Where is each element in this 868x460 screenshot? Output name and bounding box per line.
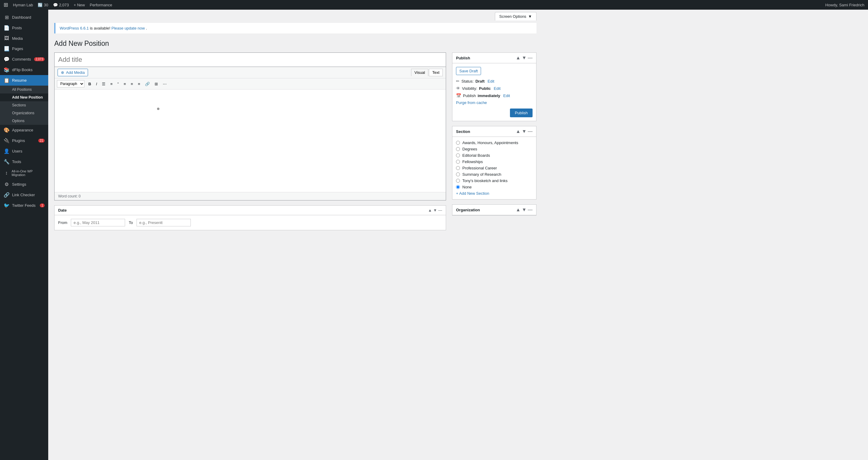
date-from-input[interactable] <box>71 219 125 226</box>
editor-view-tabs: Visual Text <box>411 69 443 76</box>
organization-panel: Organization ▲ ▼ — <box>452 204 536 216</box>
section-label-degrees: Degrees <box>462 147 477 151</box>
more-options-button[interactable]: ⋯ <box>161 81 169 87</box>
update-now-link[interactable]: Please update now <box>112 26 145 30</box>
collapse-up-icon[interactable]: ▲ <box>428 208 432 213</box>
submenu-item-options[interactable]: Options <box>0 117 48 125</box>
date-box-body: From To <box>55 215 446 230</box>
editor-toolbar: Paragraph B I ☰ ≡ " ≡ ≡ ≡ 🔗 ⊞ <box>55 79 446 90</box>
blockquote-button[interactable]: " <box>116 81 121 87</box>
publish-collapse-up[interactable]: ▲ <box>516 55 521 61</box>
sidebar-item-label: Pages <box>12 47 23 51</box>
section-collapse-down[interactable]: ▼ <box>522 129 527 134</box>
list-item: Degrees <box>456 147 532 151</box>
organization-panel-header[interactable]: Organization ▲ ▼ — <box>453 205 536 215</box>
insert-table-button[interactable]: ⊞ <box>153 81 160 87</box>
sidebar-item-pages[interactable]: 📃 Pages <box>0 43 48 54</box>
date-to-input[interactable] <box>136 219 191 226</box>
bold-button[interactable]: B <box>86 81 93 87</box>
sidebar-item-media[interactable]: 🖼 Media <box>0 33 48 43</box>
submenu-item-organizations[interactable]: Organizations <box>0 109 48 117</box>
publish-panel-body: Save Draft ✏ Status: Draft Edit 👁 Visibi… <box>453 63 536 121</box>
updates-item[interactable]: 🔄 30 <box>38 3 48 7</box>
sidebar-item-users[interactable]: 👤 Users <box>0 146 48 156</box>
admin-menu: ⊞ Dashboard 📄 Posts 🖼 Media 📃 Pages 💬 Co… <box>0 10 48 460</box>
minimize-icon[interactable]: — <box>438 208 442 213</box>
publish-button[interactable]: Publish <box>510 109 532 117</box>
status-edit-link[interactable]: Edit <box>488 79 494 84</box>
sidebar-item-twitter[interactable]: 🐦 Twitter Feeds 1 <box>0 200 48 211</box>
sidebar-item-plugins[interactable]: 🔌 Plugins 21 <box>0 135 48 146</box>
publish-collapse-down[interactable]: ▼ <box>522 55 527 61</box>
visibility-edit-link[interactable]: Edit <box>494 86 500 91</box>
collapse-down-icon[interactable]: ▼ <box>433 208 437 213</box>
wp-version-link[interactable]: WordPress 6.6.1 <box>60 26 89 30</box>
org-collapse-down[interactable]: ▼ <box>522 207 527 213</box>
unordered-list-button[interactable]: ☰ <box>100 81 107 87</box>
sidebar-item-settings[interactable]: ⚙ Settings <box>0 179 48 190</box>
ordered-list-button[interactable]: ≡ <box>108 81 115 87</box>
publish-minimize[interactable]: — <box>528 55 532 61</box>
section-radio-awards[interactable] <box>456 141 460 145</box>
section-collapse-up[interactable]: ▲ <box>516 129 521 134</box>
comments-item[interactable]: 💬 2,073 <box>53 3 69 7</box>
sidebar-item-label: Users <box>12 149 22 153</box>
list-item: Professional Career <box>456 166 532 170</box>
list-item: Tony's biosketch and links <box>456 179 532 183</box>
sidebar-item-label: Appearance <box>12 128 33 132</box>
visual-tab[interactable]: Visual <box>411 69 428 76</box>
dflip-icon: 📚 <box>4 67 10 73</box>
to-label: To <box>129 220 133 225</box>
section-radio-fellowships[interactable] <box>456 160 460 164</box>
performance-item[interactable]: Performance <box>90 3 112 7</box>
new-content-item[interactable]: + New <box>74 3 85 7</box>
purge-cache-link[interactable]: Purge from cache <box>456 100 532 105</box>
editor-tabs-row: ⊕ Add Media Visual Text <box>55 67 446 79</box>
section-radio-none[interactable] <box>456 185 460 189</box>
org-minimize[interactable]: — <box>528 207 532 213</box>
align-center-button[interactable]: ≡ <box>129 81 135 87</box>
insert-link-button[interactable]: 🔗 <box>143 81 152 87</box>
chevron-down-icon: ▼ <box>528 14 532 19</box>
text-tab[interactable]: Text <box>429 69 443 76</box>
add-section-link[interactable]: + Add New Section <box>456 191 532 196</box>
section-radio-professional[interactable] <box>456 166 460 170</box>
date-meta-box-header[interactable]: Date ▲ ▼ — <box>55 206 446 215</box>
publish-time-edit-link[interactable]: Edit <box>503 93 510 98</box>
paragraph-select[interactable]: Paragraph <box>57 80 84 87</box>
wp-logo[interactable]: ⊞ <box>4 1 8 8</box>
status-label: Status: <box>461 79 473 84</box>
align-right-button[interactable]: ≡ <box>135 81 142 87</box>
editor-content-area[interactable] <box>55 90 446 192</box>
screen-options-button[interactable]: Screen Options ▼ <box>495 12 536 21</box>
italic-button[interactable]: I <box>94 81 99 87</box>
media-icon: 🖼 <box>4 36 10 41</box>
submenu-item-all-positions[interactable]: All Positions <box>0 86 48 93</box>
org-collapse-up[interactable]: ▲ <box>516 207 521 213</box>
sidebar-item-label: Dashboard <box>12 15 31 20</box>
sidebar-item-resume[interactable]: 📋 Resume <box>0 75 48 86</box>
post-title-input[interactable] <box>54 53 446 67</box>
align-left-button[interactable]: ≡ <box>121 81 128 87</box>
date-row: From To <box>58 219 442 226</box>
sidebar-item-dflip[interactable]: 📚 dFlip Books <box>0 64 48 75</box>
add-media-button[interactable]: ⊕ Add Media <box>58 69 88 76</box>
section-radio-degrees[interactable] <box>456 147 460 151</box>
sidebar-item-link-checker[interactable]: 🔗 Link Checker <box>0 190 48 200</box>
section-minimize[interactable]: — <box>528 129 532 134</box>
editor-box: ⊕ Add Media Visual Text Paragraph <box>54 67 446 201</box>
section-radio-summary[interactable] <box>456 173 460 176</box>
section-radio-editorial[interactable] <box>456 153 460 157</box>
site-name[interactable]: Hyman Lab <box>13 3 33 7</box>
sidebar-item-dashboard[interactable]: ⊞ Dashboard <box>0 12 48 23</box>
section-radio-tonys[interactable] <box>456 179 460 183</box>
sidebar-item-comments[interactable]: 💬 Comments 2,073 <box>0 54 48 64</box>
submenu-item-sections[interactable]: Sections <box>0 101 48 109</box>
sidebar-item-aio[interactable]: ↕ All-in-One WP Migration <box>0 167 48 179</box>
submenu-item-add-new-position[interactable]: Add New Position <box>0 93 48 101</box>
status-row: ✏ Status: Draft Edit <box>456 79 532 84</box>
save-draft-button[interactable]: Save Draft <box>456 67 481 75</box>
sidebar-item-posts[interactable]: 📄 Posts <box>0 23 48 33</box>
sidebar-item-tools[interactable]: 🔧 Tools <box>0 156 48 167</box>
sidebar-item-appearance[interactable]: 🎨 Appearance <box>0 125 48 135</box>
